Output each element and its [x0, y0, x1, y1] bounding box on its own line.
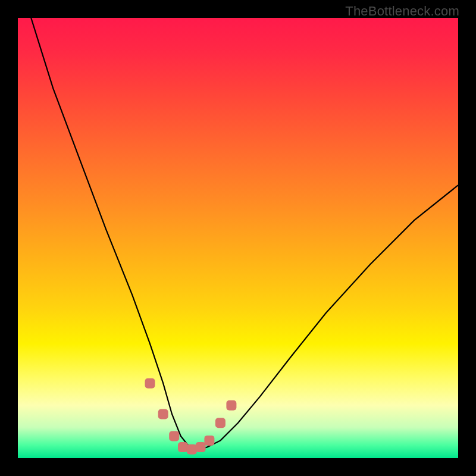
plot-area [18, 18, 458, 458]
marker-point [196, 442, 206, 452]
chart-container: TheBottleneck.com [0, 0, 476, 476]
watermark-text: TheBottleneck.com [345, 4, 459, 19]
curve-line [31, 18, 458, 449]
marker-point [158, 409, 168, 419]
marker-point [215, 418, 226, 428]
marker-point [187, 444, 197, 455]
marker-point [226, 400, 236, 411]
chart-svg [18, 18, 458, 458]
marker-point [169, 431, 179, 441]
marker-point [145, 378, 155, 389]
sweet-spot-markers [145, 378, 237, 455]
marker-point [204, 436, 214, 446]
marker-point [178, 442, 188, 452]
